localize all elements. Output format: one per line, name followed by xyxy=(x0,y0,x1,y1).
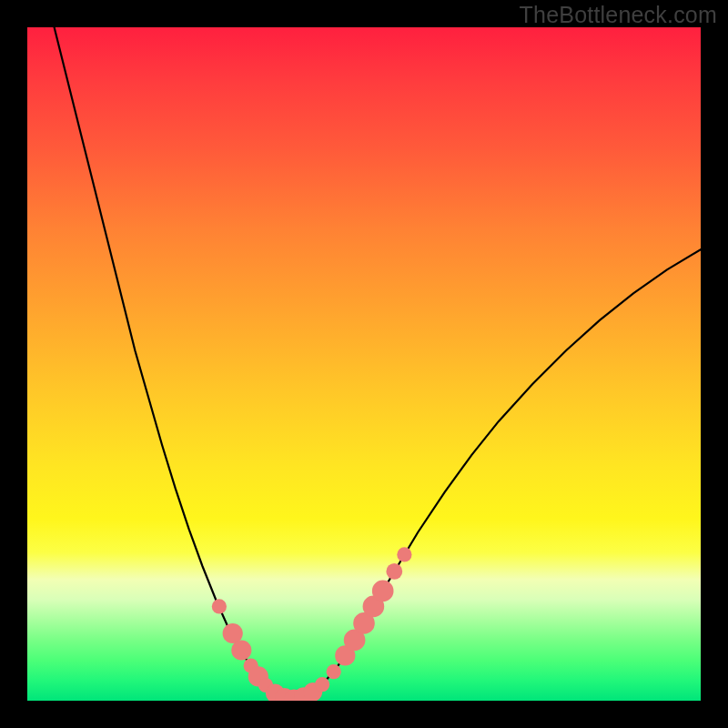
chart-svg xyxy=(27,27,701,701)
marker-dot xyxy=(231,640,251,660)
marker-dot xyxy=(372,581,394,602)
plot-area xyxy=(27,27,701,701)
marker-group xyxy=(212,547,412,701)
marker-dot xyxy=(386,563,402,580)
marker-dot xyxy=(327,664,341,679)
chart-frame: TheBottleneck.com xyxy=(0,0,728,728)
watermark-text: TheBottleneck.com xyxy=(520,2,717,28)
marker-dot xyxy=(397,547,411,561)
marker-dot xyxy=(212,599,227,613)
marker-dot xyxy=(315,677,329,692)
